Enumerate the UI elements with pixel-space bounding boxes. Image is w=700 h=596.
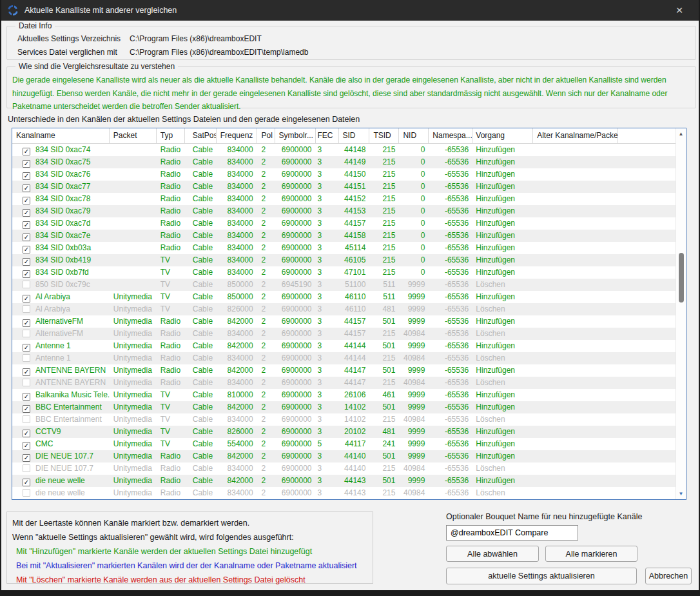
table-row[interactable]: ✓834 SID 0xac75RadioCable834000269000003… <box>12 156 676 168</box>
row-checkbox-checked[interactable]: ✓ <box>23 295 30 303</box>
row-checkbox-checked[interactable]: ✓ <box>23 172 30 180</box>
deselect-all-button[interactable]: Alle abwählen <box>446 546 539 562</box>
row-checkbox-checked[interactable]: ✓ <box>23 270 30 278</box>
cell-blank <box>618 450 676 462</box>
cell-fec: 3 <box>316 156 339 168</box>
cell-tsid: 215 <box>369 156 399 168</box>
column-header-typ[interactable]: Typ <box>157 128 185 143</box>
row-checkbox-unchecked[interactable] <box>23 489 30 497</box>
table-row[interactable]: ✓834 SID 0xac76RadioCable834000269000003… <box>12 168 676 181</box>
vertical-scrollbar[interactable]: ▲ ▼ <box>676 128 686 499</box>
cell-symbolrate: 6900000 <box>275 438 316 450</box>
cell-kanalname: ✓ANTENNE BAYERN <box>12 364 110 377</box>
column-header-symbolrate[interactable]: Symbolr... <box>275 128 316 143</box>
cell-pol: 2 <box>257 426 275 438</box>
select-all-button[interactable]: Alle markieren <box>545 546 637 562</box>
row-checkbox-unchecked[interactable] <box>23 415 30 423</box>
row-checkbox-checked[interactable]: ✓ <box>23 221 30 229</box>
column-header-namespace[interactable]: Namespa... <box>429 128 472 143</box>
row-checkbox-checked[interactable]: ✓ <box>23 233 30 241</box>
column-header-fec[interactable]: FEC <box>316 128 339 143</box>
table-row[interactable]: Al ArabiyaUnitymediaTVCable8260002690000… <box>12 303 676 315</box>
scroll-up-icon[interactable]: ▲ <box>676 129 686 139</box>
table-row[interactable]: ✓CCTV9UnitymediaTVCable82600026900000320… <box>12 426 676 438</box>
row-checkbox-checked[interactable]: ✓ <box>23 319 30 327</box>
table-row[interactable]: ✓die neue welleUnitymediaRadioCable84200… <box>12 475 676 487</box>
cell-sid: 46110 <box>339 303 370 315</box>
table-row[interactable]: BBC EntertainmentUnitymediaTVCable834000… <box>12 413 676 426</box>
bouquet-name-input[interactable] <box>446 525 578 541</box>
table-row[interactable]: AlternativeFMUnitymediaRadioCable8340002… <box>12 328 676 340</box>
cell-symbolrate: 6900000 <box>275 401 316 413</box>
row-checkbox-unchecked[interactable] <box>23 305 30 313</box>
table-row[interactable]: ✓834 SID 0xac78RadioCable834000269000003… <box>12 193 676 205</box>
column-header-kanalname[interactable]: Kanalname <box>12 128 110 143</box>
row-checkbox-checked[interactable]: ✓ <box>23 344 30 352</box>
row-checkbox-checked[interactable]: ✓ <box>23 197 30 204</box>
row-checkbox-checked[interactable]: ✓ <box>23 454 30 462</box>
table-row[interactable]: 850 SID 0xc79cTVCable8500002694519035110… <box>12 279 676 291</box>
column-header-nid[interactable]: NID <box>399 128 429 143</box>
cell-nid: 9999 <box>399 426 429 438</box>
row-checkbox-unchecked[interactable] <box>23 330 30 337</box>
row-checkbox-checked[interactable]: ✓ <box>23 479 30 486</box>
table-row[interactable]: ✓834 SID 0xac7eRadioCable834000269000003… <box>12 230 676 242</box>
cell-vorgang: Hinzufügen <box>472 230 533 242</box>
table-row[interactable]: ✓834 SID 0xac77RadioCable834000269000003… <box>12 181 676 193</box>
table-row[interactable]: ✓834 SID 0xb7fdTVCable834000269000003471… <box>12 266 676 279</box>
row-checkbox-unchecked[interactable] <box>23 464 30 472</box>
table-row[interactable]: ✓834 SID 0xac79RadioCable834000269000003… <box>12 205 676 217</box>
column-header-packet[interactable]: Packet <box>110 128 157 143</box>
cell-satpos: Cable <box>185 156 217 168</box>
close-icon[interactable]: × <box>665 0 694 21</box>
table-row[interactable]: DIE NEUE 107.7UnitymediaRadioCable834000… <box>12 462 676 475</box>
table-row[interactable]: ✓Antenne 1UnitymediaRadioCable8420002690… <box>12 340 676 352</box>
table-row[interactable]: ✓834 SID 0xb419TVCable834000269000003461… <box>12 254 676 266</box>
table-row[interactable]: ✓AlternativeFMUnitymediaRadioCable842000… <box>12 315 676 328</box>
row-checkbox-unchecked[interactable] <box>23 281 30 288</box>
cell-fec: 3 <box>316 340 339 352</box>
column-header-blank[interactable] <box>618 128 676 143</box>
row-checkbox-checked[interactable]: ✓ <box>23 160 30 168</box>
cell-typ: Radio <box>157 450 185 462</box>
table-row[interactable]: ✓DIE NEUE 107.7UnitymediaRadioCable84200… <box>12 450 676 462</box>
column-header-satpos[interactable]: SatPos <box>185 128 217 143</box>
cancel-button[interactable]: Abbrechen <box>645 568 692 584</box>
row-checkbox-checked[interactable]: ✓ <box>23 184 30 192</box>
table-row[interactable]: ✓Al ArabiyaUnitymediaTVCable850000269000… <box>12 291 676 303</box>
column-header-sid[interactable]: SID <box>339 128 370 143</box>
column-header-frequenz[interactable]: Frequenz <box>217 128 257 143</box>
cell-tsid: 501 <box>369 450 399 462</box>
table-row[interactable]: die neue welleUnitymediaRadioCable834000… <box>12 487 676 499</box>
row-checkbox-unchecked[interactable] <box>23 379 30 386</box>
table-row[interactable]: ✓834 SID 0xac7dRadioCable834000269000003… <box>12 217 676 230</box>
row-checkbox-checked[interactable]: ✓ <box>23 209 30 217</box>
table-row[interactable]: Antenne 1UnitymediaRadioCable83400026900… <box>12 352 676 364</box>
table-row[interactable]: ✓CMCUnitymediaTVCable5540002690000054411… <box>12 438 676 450</box>
column-header-vorgang[interactable]: Vorgang <box>472 128 533 143</box>
update-settings-button[interactable]: aktuelle Settings aktualisieren <box>446 568 637 584</box>
row-checkbox-unchecked[interactable] <box>23 354 30 362</box>
table-row[interactable]: ✓834 SID 0xac74RadioCable834000269000003… <box>12 144 676 156</box>
row-checkbox-checked[interactable]: ✓ <box>23 405 30 413</box>
cell-alter <box>533 156 618 168</box>
row-checkbox-checked[interactable]: ✓ <box>23 148 30 155</box>
row-checkbox-checked[interactable]: ✓ <box>23 246 30 253</box>
row-checkbox-checked[interactable]: ✓ <box>23 430 30 437</box>
cell-kanalname: ✓AlternativeFM <box>12 315 110 328</box>
row-checkbox-checked[interactable]: ✓ <box>23 368 30 376</box>
table-row[interactable]: ✓Balkanika Music Tele...UnitymediaTVCabl… <box>12 389 676 401</box>
scrollbar-thumb[interactable] <box>679 253 684 303</box>
row-checkbox-checked[interactable]: ✓ <box>23 393 30 401</box>
column-header-tsid[interactable]: TSID <box>369 128 399 143</box>
table-row[interactable]: ✓BBC EntertainmentUnitymediaTVCable84200… <box>12 401 676 413</box>
row-checkbox-checked[interactable]: ✓ <box>23 258 30 266</box>
column-header-alter[interactable]: Alter Kanalname/Packet <box>533 128 618 143</box>
table-row[interactable]: ✓ANTENNE BAYERNUnitymediaRadioCable84200… <box>12 364 676 377</box>
table-row[interactable]: ANTENNE BAYERNUnitymediaRadioCable834000… <box>12 377 676 389</box>
column-header-pol[interactable]: Pol <box>257 128 275 143</box>
compared-file-label: Services Datei verglichen mit <box>17 48 130 58</box>
table-row[interactable]: ✓834 SID 0xb03aRadioCable834000269000003… <box>12 242 676 254</box>
scroll-down-icon[interactable]: ▼ <box>676 489 686 499</box>
row-checkbox-checked[interactable]: ✓ <box>23 442 30 450</box>
